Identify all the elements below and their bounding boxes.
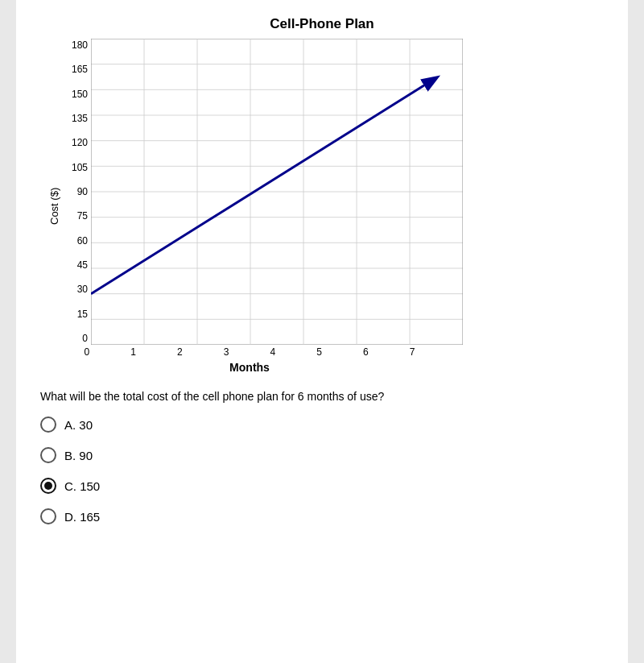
- radio-a[interactable]: [40, 416, 56, 433]
- question-section: What will be the total cost of the cell …: [40, 388, 604, 524]
- answer-option-c[interactable]: C. 150: [40, 478, 604, 494]
- y-tick: 165: [64, 64, 88, 74]
- y-ticks: 0153045607590105120135150165180: [64, 39, 88, 345]
- y-tick: 120: [64, 138, 88, 147]
- radio-d[interactable]: [40, 508, 56, 524]
- option-label-b: B. 90: [64, 449, 93, 462]
- page: Cell-Phone Plan Cost ($) 015304560759010…: [16, 0, 628, 663]
- x-axis-row: 01234567 Months: [64, 345, 436, 374]
- y-tick: 0: [64, 334, 88, 343]
- chart-area: Cost ($) 0153045607590105120135150165180: [48, 39, 604, 374]
- answer-option-b[interactable]: B. 90: [40, 447, 604, 463]
- x-axis-label: Months: [229, 361, 270, 374]
- question-text: What will be the total cost of the cell …: [40, 388, 604, 405]
- answer-options: A. 30B. 90C. 150D. 165: [40, 416, 604, 524]
- chart-svg: [91, 39, 463, 345]
- chart-grid: [91, 39, 463, 345]
- y-tick: 180: [64, 40, 88, 50]
- y-tick: 105: [64, 163, 88, 172]
- y-axis-label: Cost ($): [48, 53, 60, 359]
- chart-line: [91, 78, 436, 294]
- chart-with-yaxis: 0153045607590105120135150165180: [64, 39, 463, 345]
- answer-option-a[interactable]: A. 30: [40, 416, 604, 433]
- x-tick: 6: [343, 346, 390, 358]
- y-tick: 90: [64, 187, 88, 197]
- y-tick: 150: [64, 89, 88, 99]
- option-label-a: A. 30: [64, 418, 93, 432]
- x-tick: 2: [157, 346, 204, 358]
- x-tick: 3: [203, 346, 250, 358]
- answer-option-d[interactable]: D. 165: [40, 508, 604, 524]
- option-label-c: C. 150: [64, 479, 100, 493]
- x-tick: 0: [64, 346, 110, 358]
- radio-c[interactable]: [40, 478, 56, 494]
- y-tick: 30: [64, 284, 88, 294]
- x-ticks: 01234567: [64, 345, 436, 358]
- option-label-d: D. 165: [64, 510, 100, 524]
- x-tick: 7: [389, 346, 436, 358]
- y-tick: 15: [64, 309, 88, 319]
- x-tick: 5: [296, 346, 343, 358]
- radio-inner-c: [44, 482, 52, 490]
- chart-title: Cell-Phone Plan: [40, 16, 604, 32]
- chart-container: 0153045607590105120135150165180: [64, 39, 463, 374]
- radio-b[interactable]: [40, 447, 56, 463]
- y-tick: 135: [64, 114, 88, 123]
- y-tick: 75: [64, 211, 88, 221]
- x-tick: 4: [250, 346, 296, 358]
- x-tick: 1: [110, 346, 157, 358]
- y-tick: 45: [64, 260, 88, 270]
- y-tick: 60: [64, 236, 88, 246]
